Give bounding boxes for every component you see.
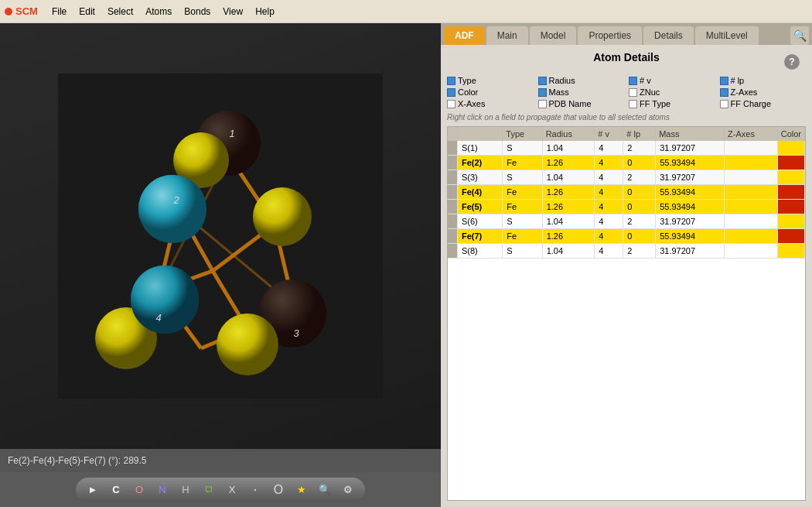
table-row[interactable]: Fe(2)Fe1.264055.93494 xyxy=(448,156,805,170)
table-row[interactable]: S(1)S1.044231.97207 xyxy=(448,141,805,156)
checkbox-nlp[interactable]: # lp xyxy=(720,76,807,85)
cell-nv[interactable]: 4 xyxy=(595,185,623,200)
table-row[interactable]: S(3)S1.044231.97207 xyxy=(448,170,805,185)
table-row[interactable]: S(8)S1.044231.97207 xyxy=(448,244,805,259)
cell-mass[interactable]: 55.93494 xyxy=(656,200,725,214)
cb-color-box[interactable] xyxy=(447,88,455,97)
tool-arrow[interactable]: ► xyxy=(84,481,102,499)
cell-color[interactable] xyxy=(777,244,804,259)
help-button[interactable]: ? xyxy=(784,54,800,70)
cell-nv[interactable]: 4 xyxy=(595,170,623,185)
cell-type[interactable]: Fe xyxy=(503,229,542,244)
cell-mass[interactable]: 31.97207 xyxy=(656,170,725,185)
cell-color[interactable] xyxy=(777,141,804,156)
cell-radius[interactable]: 1.04 xyxy=(542,170,595,185)
cb-zaxes-box[interactable] xyxy=(720,88,728,97)
cell-mass[interactable]: 55.93494 xyxy=(656,185,725,200)
table-row[interactable]: S(6)S1.044231.97207 xyxy=(448,214,805,229)
atom-table-container[interactable]: Type Radius # v # lp Mass Z-Axes Color S… xyxy=(447,126,806,501)
cell-nv[interactable]: 4 xyxy=(595,200,623,214)
cell-type[interactable]: S xyxy=(503,244,542,259)
checkbox-radius[interactable]: Radius xyxy=(538,76,625,85)
tab-properties[interactable]: Properties xyxy=(578,26,642,45)
cell-nv[interactable]: 4 xyxy=(595,244,623,259)
checkbox-nv[interactable]: # v xyxy=(629,76,715,85)
cell-type[interactable]: Fe xyxy=(503,200,542,214)
cb-znuc-box[interactable] xyxy=(629,88,637,97)
cell-color[interactable] xyxy=(777,200,804,214)
cb-nlp-box[interactable] xyxy=(720,77,728,85)
cb-ffcharge-box[interactable] xyxy=(720,100,728,108)
tool-N[interactable]: N xyxy=(153,481,172,499)
cell-radius[interactable]: 1.04 xyxy=(542,214,595,229)
table-row[interactable]: Fe(7)Fe1.264055.93494 xyxy=(448,229,805,244)
cell-type[interactable]: S xyxy=(503,214,542,229)
tab-details[interactable]: Details xyxy=(643,26,694,45)
cb-pdb-box[interactable] xyxy=(538,100,547,108)
menu-file[interactable]: File xyxy=(46,3,73,20)
cell-nlp[interactable]: 0 xyxy=(623,185,656,200)
molecule-area[interactable]: 1 2 3 4 xyxy=(0,23,441,449)
cell-nv[interactable]: 4 xyxy=(595,214,623,229)
menu-view[interactable]: View xyxy=(217,3,249,20)
checkbox-zaxes[interactable]: Z-Axes xyxy=(720,87,807,97)
cell-zaxes[interactable] xyxy=(725,156,778,170)
checkbox-ffcharge[interactable]: FF Charge xyxy=(720,99,807,108)
menu-help[interactable]: Help xyxy=(249,3,281,20)
tab-main[interactable]: Main xyxy=(486,26,528,45)
cell-color[interactable] xyxy=(777,229,804,244)
search-icon-btn[interactable]: 🔍 xyxy=(790,26,809,45)
checkbox-xaxes[interactable]: X-Axes xyxy=(447,99,534,108)
cell-nlp[interactable]: 2 xyxy=(623,214,656,229)
cb-radius-box[interactable] xyxy=(538,77,547,85)
cell-mass[interactable]: 31.97207 xyxy=(656,214,725,229)
tab-model[interactable]: Model xyxy=(530,26,577,45)
table-row[interactable]: Fe(5)Fe1.264055.93494 xyxy=(448,200,805,214)
cb-xaxes-box[interactable] xyxy=(447,100,455,108)
cell-type[interactable]: S xyxy=(503,141,542,156)
cell-type[interactable]: S xyxy=(503,170,542,185)
cell-radius[interactable]: 1.26 xyxy=(542,185,595,200)
tool-settings[interactable]: ⚙ xyxy=(339,481,357,499)
cell-type[interactable]: Fe xyxy=(503,156,542,170)
checkbox-znuc[interactable]: ZNuc xyxy=(629,87,715,97)
cell-radius[interactable]: 1.26 xyxy=(542,156,595,170)
cb-type-box[interactable] xyxy=(447,77,455,85)
menu-edit[interactable]: Edit xyxy=(73,3,101,20)
menu-atoms[interactable]: Atoms xyxy=(139,3,178,20)
tab-multilevel[interactable]: MultiLevel xyxy=(695,26,759,45)
cell-nv[interactable]: 4 xyxy=(595,156,623,170)
cell-color[interactable] xyxy=(777,185,804,200)
cell-nv[interactable]: 4 xyxy=(595,229,623,244)
cell-zaxes[interactable] xyxy=(725,170,778,185)
cell-nlp[interactable]: 2 xyxy=(623,244,656,259)
tool-dot[interactable]: · xyxy=(246,481,264,499)
cell-radius[interactable]: 1.04 xyxy=(542,244,595,259)
cell-zaxes[interactable] xyxy=(725,185,778,200)
cell-color[interactable] xyxy=(777,156,804,170)
tool-X[interactable]: X xyxy=(223,481,241,499)
cell-radius[interactable]: 1.04 xyxy=(542,141,595,156)
cell-mass[interactable]: 55.93494 xyxy=(656,229,725,244)
tool-O[interactable]: O xyxy=(130,481,148,499)
cell-nlp[interactable]: 2 xyxy=(623,141,656,156)
checkbox-type[interactable]: Type xyxy=(447,76,534,85)
checkbox-pdbname[interactable]: PDB Name xyxy=(538,99,625,108)
cell-radius[interactable]: 1.26 xyxy=(542,229,595,244)
tool-star[interactable]: ★ xyxy=(292,481,311,499)
cell-zaxes[interactable] xyxy=(725,214,778,229)
cb-nv-box[interactable] xyxy=(629,77,637,85)
cell-color[interactable] xyxy=(777,170,804,185)
cb-fftype-box[interactable] xyxy=(629,100,637,108)
checkbox-mass[interactable]: Mass xyxy=(538,87,625,97)
menu-select[interactable]: Select xyxy=(101,3,139,20)
tool-Cl[interactable]: Cl xyxy=(200,481,218,499)
cell-nlp[interactable]: 0 xyxy=(623,229,656,244)
tool-H[interactable]: H xyxy=(176,481,195,499)
cell-zaxes[interactable] xyxy=(725,244,778,259)
cell-nlp[interactable]: 2 xyxy=(623,170,656,185)
cell-zaxes[interactable] xyxy=(725,200,778,214)
cell-radius[interactable]: 1.26 xyxy=(542,200,595,214)
cell-zaxes[interactable] xyxy=(725,141,778,156)
tool-search[interactable]: 🔍 xyxy=(316,481,334,499)
